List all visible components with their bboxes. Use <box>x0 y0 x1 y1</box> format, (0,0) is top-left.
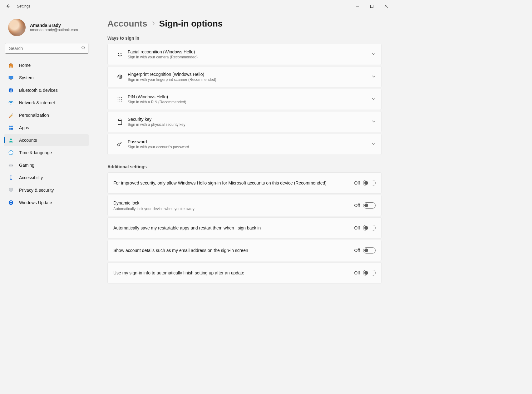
sidebar-item-bluetooth[interactable]: Bluetooth & devices <box>4 84 89 96</box>
sidebar-item-time[interactable]: Time & language <box>4 147 89 159</box>
toggle-title: Use my sign-in info to automatically fin… <box>113 270 348 276</box>
window-close-button[interactable] <box>379 0 393 12</box>
sidebar-item-gaming[interactable]: Gaming <box>4 159 89 171</box>
sidebar-item-label: Accounts <box>19 138 37 143</box>
update-icon <box>8 199 14 206</box>
breadcrumb: Accounts Sign-in options <box>107 19 382 29</box>
sidebar-item-update[interactable]: Windows Update <box>4 197 89 209</box>
gaming-icon <box>8 162 14 168</box>
option-subtitle: Sign in with a physical security key <box>128 122 372 127</box>
toggle-title: For improved security, only allow Window… <box>113 180 348 186</box>
face-icon <box>113 51 126 58</box>
chevron-down-icon <box>372 96 376 102</box>
apps-icon <box>8 125 14 131</box>
avatar <box>8 19 26 36</box>
option-title: Facial recognition (Windows Hello) <box>128 49 372 54</box>
sidebar: Amanda Brady amanda.brady@outlook.com Ho… <box>0 12 94 295</box>
signin-option-securitykey[interactable]: Security key Sign in with a physical sec… <box>108 111 381 132</box>
window-maximize-button[interactable] <box>365 0 379 12</box>
time-icon <box>8 150 14 156</box>
svg-point-1 <box>82 46 85 49</box>
option-subtitle: Sign in with your camera (Recommended) <box>128 55 372 59</box>
system-icon <box>8 75 14 81</box>
svg-point-16 <box>12 165 12 165</box>
breadcrumb-parent[interactable]: Accounts <box>107 19 147 29</box>
sidebar-item-network[interactable]: Network & internet <box>4 97 89 109</box>
svg-point-27 <box>121 99 122 100</box>
toggle-state-label: Off <box>354 270 360 275</box>
svg-rect-3 <box>9 76 13 79</box>
personalization-icon <box>8 112 14 118</box>
sidebar-item-label: Bluetooth & devices <box>19 88 58 93</box>
toggle-switch-show-account[interactable] <box>363 247 376 254</box>
svg-point-7 <box>9 117 10 118</box>
toggle-row-restart-apps: Automatically save my restartable apps a… <box>108 218 381 238</box>
svg-point-26 <box>120 99 120 100</box>
back-button[interactable] <box>2 1 13 12</box>
sidebar-item-apps[interactable]: Apps <box>4 122 89 134</box>
sidebar-item-label: Accessibility <box>19 175 43 180</box>
window-minimize-button[interactable] <box>350 0 365 12</box>
svg-point-12 <box>10 138 12 140</box>
toggle-switch-finish-setup[interactable] <box>363 270 376 276</box>
option-subtitle: Sign in with your account's password <box>128 145 372 149</box>
search-input[interactable] <box>5 43 89 54</box>
toggle-row-show-account: Show account details such as my email ad… <box>108 240 381 261</box>
signin-option-password[interactable]: Password Sign in with your account's pas… <box>108 134 381 155</box>
breadcrumb-current: Sign-in options <box>159 19 223 29</box>
nav-list: Home System Bluetooth & devices Network … <box>4 59 89 209</box>
sidebar-item-accessibility[interactable]: Accessibility <box>4 172 89 184</box>
chevron-down-icon <box>372 52 376 57</box>
securitykey-icon <box>113 118 126 125</box>
option-subtitle: Sign in with a PIN (Recommended) <box>128 100 372 104</box>
signin-option-face[interactable]: Facial recognition (Windows Hello) Sign … <box>108 44 381 65</box>
chevron-down-icon <box>372 119 376 125</box>
search-box[interactable] <box>5 43 89 54</box>
svg-point-15 <box>10 165 10 166</box>
accounts-icon <box>8 137 14 143</box>
svg-point-30 <box>121 101 122 101</box>
sidebar-item-label: Network & internet <box>19 100 55 105</box>
toggle-subtitle: Automatically lock your device when you'… <box>113 207 348 211</box>
svg-point-29 <box>120 101 120 101</box>
sidebar-item-label: Time & language <box>19 150 52 155</box>
toggle-row-dynamic-lock: Dynamic lock Automatically lock your dev… <box>108 195 381 216</box>
section-title-ways: Ways to sign in <box>107 36 382 41</box>
svg-point-18 <box>10 175 12 177</box>
home-icon <box>8 62 14 68</box>
sidebar-item-label: Privacy & security <box>19 188 54 193</box>
option-title: Security key <box>128 117 372 122</box>
chevron-down-icon <box>372 141 376 147</box>
option-subtitle: Sign in with your fingerprint scanner (R… <box>128 77 372 82</box>
user-profile[interactable]: Amanda Brady amanda.brady@outlook.com <box>8 19 89 36</box>
sidebar-item-label: Windows Update <box>19 200 52 205</box>
search-icon <box>81 46 86 51</box>
svg-point-33 <box>118 144 120 146</box>
svg-rect-10 <box>9 128 11 130</box>
toggle-row-finish-setup: Use my sign-in info to automatically fin… <box>108 263 381 283</box>
sidebar-item-privacy[interactable]: Privacy & security <box>4 184 89 196</box>
toggle-switch-hello-only[interactable] <box>363 180 376 186</box>
minimize-icon <box>356 5 359 8</box>
svg-point-22 <box>118 97 118 98</box>
sidebar-item-label: Personalization <box>19 113 49 118</box>
toggle-switch-restart-apps[interactable] <box>363 225 376 231</box>
toggle-title: Dynamic lock <box>113 200 348 206</box>
sidebar-item-home[interactable]: Home <box>4 59 89 71</box>
svg-rect-32 <box>118 121 122 125</box>
signin-option-fingerprint[interactable]: Fingerprint recognition (Windows Hello) … <box>108 66 381 87</box>
main-content: Accounts Sign-in options Ways to sign in… <box>94 12 394 295</box>
svg-point-21 <box>121 53 121 54</box>
option-title: Password <box>128 139 372 144</box>
toggle-switch-dynamic-lock[interactable] <box>363 202 376 209</box>
sidebar-item-system[interactable]: System <box>4 72 89 84</box>
chevron-down-icon <box>372 74 376 80</box>
section-title-additional: Additional settings <box>107 164 382 169</box>
sidebar-item-accounts[interactable]: Accounts <box>4 134 89 146</box>
svg-point-20 <box>118 53 119 54</box>
option-title: PIN (Windows Hello) <box>128 94 372 99</box>
signin-option-pin[interactable]: PIN (Windows Hello) Sign in with a PIN (… <box>108 89 381 110</box>
svg-point-17 <box>12 165 13 166</box>
sidebar-item-personalization[interactable]: Personalization <box>4 109 89 121</box>
sidebar-item-label: Apps <box>19 125 29 130</box>
